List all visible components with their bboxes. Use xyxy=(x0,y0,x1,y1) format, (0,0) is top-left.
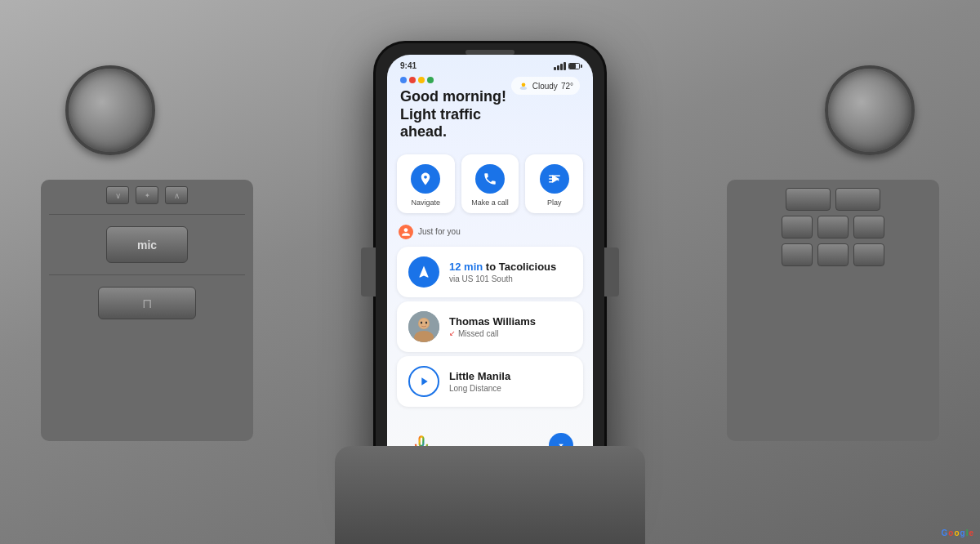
nav-destination-text: to Tacolicious xyxy=(486,261,556,273)
car-dashboard: ∨ ✦ ∧ mic ⊓ xyxy=(0,0,980,544)
seat-btn-3[interactable] xyxy=(782,216,813,239)
nav-card-icon xyxy=(408,256,439,288)
seat-btn-1[interactable] xyxy=(786,188,831,211)
greeting-text: Good morning!Light traffic ahead. xyxy=(400,88,511,141)
dot-blue xyxy=(400,77,407,83)
music-title: Little Manila xyxy=(449,370,572,382)
call-label: Make a call xyxy=(471,198,509,207)
music-card-content: Little Manila Long Distance xyxy=(449,370,572,393)
ac-button[interactable]: mic xyxy=(106,226,188,263)
section-header: Just for you xyxy=(387,220,593,243)
seat-btn-7[interactable] xyxy=(817,243,849,266)
up-arrow-btn[interactable]: ∧ xyxy=(165,186,188,204)
battery-tip xyxy=(581,65,582,68)
svg-point-6 xyxy=(421,321,422,323)
o1-letter: o xyxy=(948,528,953,537)
section-avatar xyxy=(399,225,413,239)
o2-letter: o xyxy=(954,528,959,537)
mount-clip-right xyxy=(604,247,619,297)
nav-card-title: 12 min to Tacolicious xyxy=(449,261,572,273)
weather-badge: Cloudy 72° xyxy=(511,77,580,95)
call-icon xyxy=(475,164,505,194)
left-control-panel: ∨ ✦ ∧ mic ⊓ xyxy=(41,180,253,441)
music-play-icon xyxy=(408,366,439,397)
signal-bar-4 xyxy=(564,62,566,70)
navigate-button[interactable]: Navigate xyxy=(397,154,455,213)
play-label: Play xyxy=(547,198,562,207)
section-title-text: Just for you xyxy=(418,227,461,236)
signal-bar-1 xyxy=(554,67,556,70)
trunk-button[interactable]: ⊓ xyxy=(98,287,196,319)
action-buttons-row: Navigate Make a call Play xyxy=(387,148,593,220)
missed-call-info: ↙ Missed call xyxy=(449,329,572,338)
signal-bar-2 xyxy=(557,65,559,70)
seat-btn-2[interactable] xyxy=(835,188,880,211)
e-letter: e xyxy=(969,528,973,537)
seat-btn-6[interactable] xyxy=(782,243,813,266)
svg-point-0 xyxy=(521,83,525,87)
weather-icon xyxy=(518,80,529,91)
play-button[interactable]: Play xyxy=(525,154,583,213)
signal-strength xyxy=(554,62,566,70)
g2-letter: g xyxy=(960,528,965,537)
assistant-header: Good morning!Light traffic ahead. Cloudy… xyxy=(387,74,593,148)
weather-temperature: 72° xyxy=(561,82,573,91)
music-subtitle: Long Distance xyxy=(449,384,572,393)
battery-icon xyxy=(568,63,580,69)
down-arrow-btn[interactable]: ∨ xyxy=(106,186,129,204)
dot-yellow xyxy=(418,77,425,83)
right-control-panel xyxy=(727,180,939,441)
phone-screen: 9:41 xyxy=(387,55,593,471)
fan-btn[interactable]: ✦ xyxy=(136,186,158,204)
navigate-icon xyxy=(411,164,440,194)
call-button[interactable]: Make a call xyxy=(461,154,519,213)
navigation-card[interactable]: 12 min to Tacolicious via US 101 South xyxy=(397,247,583,297)
l-letter: l xyxy=(966,528,969,537)
status-icons xyxy=(554,62,580,70)
center-console xyxy=(335,446,645,544)
nav-route: via US 101 South xyxy=(449,274,572,283)
battery-fill xyxy=(569,64,576,69)
mount-clip-left xyxy=(361,247,376,297)
dot-green xyxy=(427,77,434,83)
svg-point-7 xyxy=(425,321,427,323)
svg-point-1 xyxy=(520,87,527,90)
contact-avatar xyxy=(408,311,439,342)
signal-bar-3 xyxy=(560,64,563,70)
weather-condition: Cloudy xyxy=(532,82,558,91)
missed-call-icon: ↙ xyxy=(449,329,456,337)
google-assistant-dots xyxy=(400,77,511,83)
status-bar: 9:41 xyxy=(387,55,593,74)
right-ac-vent xyxy=(825,65,915,155)
ac-label: mic xyxy=(132,234,162,256)
contact-card-content: Thomas Williams ↙ Missed call xyxy=(449,315,572,338)
seat-btn-4[interactable] xyxy=(817,216,849,239)
music-card[interactable]: Little Manila Long Distance xyxy=(397,356,583,407)
g-letter: G xyxy=(942,528,948,537)
contact-name: Thomas Williams xyxy=(449,315,572,328)
nav-card-content: 12 min to Tacolicious via US 101 South xyxy=(449,261,572,283)
seat-btn-8[interactable] xyxy=(853,243,884,266)
left-ac-vent xyxy=(65,65,155,155)
missed-call-label: Missed call xyxy=(458,329,498,338)
nav-time: 12 min xyxy=(449,261,483,273)
navigate-label: Navigate xyxy=(412,198,441,207)
status-time: 9:41 xyxy=(400,61,416,70)
google-watermark: G o o g l e xyxy=(942,528,973,537)
seat-btn-5[interactable] xyxy=(853,216,884,239)
phone-mount: 9:41 xyxy=(376,43,604,501)
dot-red xyxy=(409,77,416,83)
contact-card[interactable]: Thomas Williams ↙ Missed call xyxy=(397,301,583,352)
play-icon xyxy=(540,164,569,194)
